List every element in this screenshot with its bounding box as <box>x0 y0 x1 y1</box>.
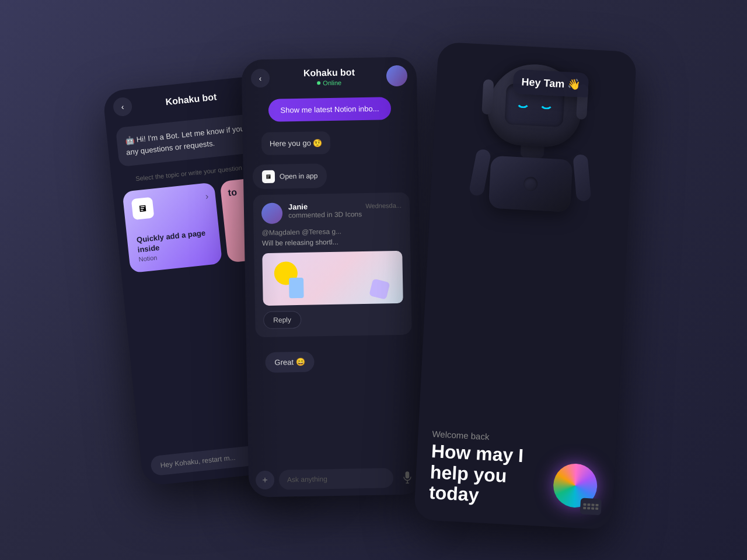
kb-key <box>591 507 594 509</box>
robot-ear-left <box>481 79 494 115</box>
notif-text: Will be releasing shortl... <box>262 237 402 247</box>
kb-key <box>595 508 598 510</box>
kb-key <box>595 504 598 506</box>
robot-eye-left <box>516 101 530 108</box>
kb-key <box>583 503 586 506</box>
notif-time: Wednesda... <box>365 201 402 209</box>
open-in-app-label: Open in app <box>280 172 318 180</box>
keyboard-keys <box>583 503 598 510</box>
add-button[interactable]: + <box>256 471 275 490</box>
notif-mentions: @Magdalen @Teresa g... <box>262 226 402 237</box>
robot-chest-button <box>523 177 538 191</box>
svg-rect-2 <box>406 471 410 478</box>
middle-header: ‹ Kohaku bot Online <box>241 57 417 93</box>
notif-avatar <box>261 202 283 224</box>
notif-image <box>262 251 403 306</box>
hey-tam-text: Hey Tam 👋 <box>521 76 581 90</box>
bot-reply: Here you go 🤨 <box>261 131 331 155</box>
right-screen-inner: Hey Tam 👋 <box>414 42 637 530</box>
great-button[interactable]: Great 😄 <box>265 352 315 373</box>
robot-arm-left <box>469 148 492 197</box>
user-message-text: Show me latest Notion inbo... <box>268 97 391 122</box>
kb-key <box>591 503 594 506</box>
mic-button[interactable] <box>398 468 417 488</box>
card-arrow: › <box>205 191 209 202</box>
robot-body: Hey Tam 👋 <box>483 62 584 212</box>
robot-section: Hey Tam 👋 <box>419 42 637 427</box>
input-placeholder: Ask anything <box>287 475 327 484</box>
how-may-help-text: How may I help you today <box>428 441 549 509</box>
mid-screen-title: Kohaku bot <box>251 66 407 80</box>
reply-button[interactable]: Reply <box>263 311 301 329</box>
hey-tam-bubble: Hey Tam 👋 <box>513 69 589 97</box>
keyboard-icon[interactable] <box>580 498 602 515</box>
kb-key <box>587 507 590 509</box>
notion-icon-sm <box>262 170 275 183</box>
screens-container: ‹ Kohaku bot 🤖 Hi! I'm a Bot. Let me kno… <box>111 47 636 513</box>
notif-name: Janie <box>288 202 308 212</box>
middle-input-row: + Ask anything <box>256 468 417 491</box>
great-label: Great 😄 <box>274 358 305 367</box>
left-input-text: Hey Kohaku, restart m... <box>160 453 236 469</box>
kb-key <box>587 503 590 506</box>
online-badge: Online <box>251 78 407 88</box>
image-shape-2 <box>369 278 390 299</box>
notion-icon <box>131 197 155 220</box>
image-shape-3 <box>289 278 304 298</box>
notif-action: commented in 3D Icons <box>288 209 402 219</box>
welcome-text-block: Welcome back How may I help you today <box>428 429 550 509</box>
robot-torso <box>488 156 573 212</box>
robot-eye-right <box>539 102 554 110</box>
kb-key <box>583 507 586 509</box>
status-text: Online <box>323 79 341 87</box>
open-in-app-button[interactable]: Open in app <box>253 163 327 189</box>
robot-arm-right <box>573 154 591 202</box>
mid-title-block: Kohaku bot Online <box>251 66 408 88</box>
ask-input[interactable]: Ask anything <box>279 468 394 489</box>
notif-info: Janie Wednesda... commented in 3D Icons <box>288 201 402 219</box>
middle-screen: ‹ Kohaku bot Online Show me latest Notio… <box>241 57 424 497</box>
online-dot <box>317 81 320 85</box>
notif-header: Janie Wednesda... commented in 3D Icons <box>261 201 402 224</box>
user-message-bubble: Show me latest Notion inbo... <box>252 97 409 123</box>
robot-neck <box>521 145 544 158</box>
notification-card: Janie Wednesda... commented in 3D Icons … <box>253 192 412 338</box>
left-back-button[interactable]: ‹ <box>113 96 133 117</box>
right-screen: Hey Tam 👋 <box>414 42 637 530</box>
welcome-row: Welcome back How may I help you today <box>428 429 602 512</box>
notion-card[interactable]: › Quickly add a page inside Notion <box>122 183 222 274</box>
left-screen-title: Kohaku bot <box>165 92 217 107</box>
